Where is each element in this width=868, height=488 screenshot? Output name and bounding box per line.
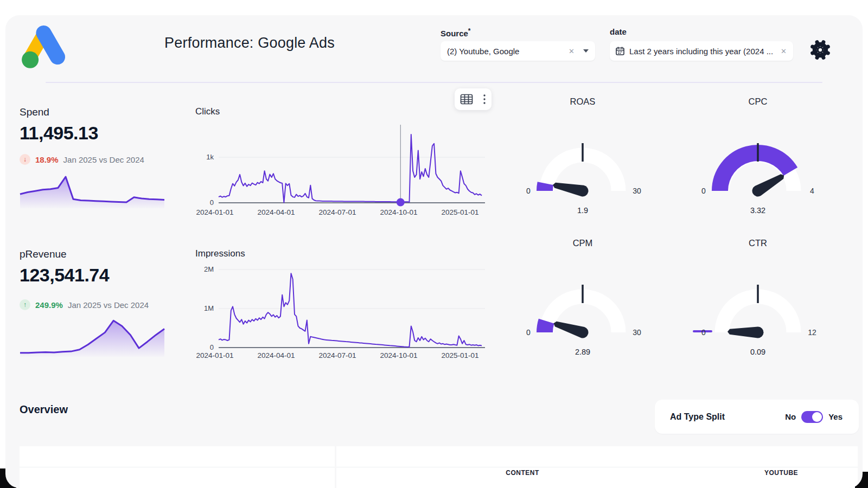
ad-type-split-toggle[interactable] [801,411,823,423]
impressions-chart-title: Impressions [195,248,245,259]
impressions-plot[interactable] [215,266,485,351]
overview-title: Overview [20,403,68,416]
gauge-ctr-max: 12 [801,328,823,337]
toggle-no-label[interactable]: No [785,412,796,421]
gauge-cpm-min: 0 [518,328,539,337]
source-filter-label: Source* [441,27,471,38]
page-title: Performance: Google Ads [130,35,369,52]
header-divider [46,82,822,83]
required-asterisk: * [468,27,471,35]
x-axis-tick: 2024-01-01 [196,351,233,359]
calendar-icon [615,46,625,56]
dashboard-panel: Performance: Google Ads Source* (2) Yout… [5,15,863,488]
gauge-cpc-min: 0 [693,187,714,195]
overview-table-left [20,446,335,488]
gauge-roas-value: 1.9 [518,206,648,215]
x-axis-tick: 2024-04-01 [257,351,295,359]
source-clear-icon[interactable]: ✕ [569,48,575,55]
column-header-content: CONTENT [506,469,539,477]
kpi-spend: Spend 11,495.13 ↓ 18.9% Jan 2025 vs Dec … [20,106,171,215]
kpi-prevenue-compare: Jan 2025 vs Dec 2024 [68,300,149,310]
gauge-cpc-value: 3.32 [693,206,823,215]
gauge-roas-max: 30 [626,187,648,195]
x-axis-tick: 2024-04-01 [257,208,295,216]
clicks-chart-title: Clicks [195,106,220,117]
gauge-cpm-title: CPM [518,238,648,248]
x-axis-tick: 2025-01-01 [441,351,478,359]
toggle-yes-label[interactable]: Yes [828,412,843,421]
clicks-chart: Clicks 1k02024-01-012024-04-012024-07-01… [190,105,485,221]
x-axis-tick: 2025-01-01 [441,208,478,216]
gauge-cpm-needle [552,318,590,339]
y-axis-tick: 0 [190,343,214,351]
gauge-roas-needle [552,179,589,197]
gauge-ctr-min: 0 [693,328,714,337]
kpi-prevenue: pRevenue 123,541.74 ↑ 249.9% Jan 2025 vs… [20,248,171,362]
y-axis-tick: 0 [190,198,214,207]
gauge-ctr: CTR0120.09 [693,238,823,363]
y-axis-tick: 1k [190,153,214,161]
kebab-menu-icon[interactable] [483,93,486,105]
kpi-prevenue-delta: ↑ 249.9% Jan 2025 vs Dec 2024 [20,299,149,310]
x-axis-tick: 2024-07-01 [318,208,356,216]
table-icon[interactable] [460,93,473,105]
y-axis-tick: 2M [190,265,214,273]
table-row-divider [20,467,335,467]
kpi-spend-value: 11,495.13 [20,123,98,144]
kpi-prevenue-value: 123,541.74 [20,265,109,286]
kpi-spend-delta: ↓ 18.9% Jan 2025 vs Dec 2024 [20,154,144,165]
table-row-divider [336,467,858,467]
arrow-down-icon: ↓ [20,154,30,165]
gear-icon[interactable] [809,39,831,61]
gauge-ctr-needle [727,326,764,338]
toggle-knob [812,412,822,422]
column-header-youtube: YOUTUBE [764,469,798,477]
date-filter-label: date [610,27,627,36]
kpi-prevenue-delta-pct: 249.9% [35,300,63,310]
gauge-cpc-needle [750,170,787,197]
clicks-plot[interactable] [215,120,485,208]
ad-type-split-card: Ad Type Split No Yes [655,400,859,434]
kpi-spend-delta-pct: 18.9% [35,155,59,164]
x-axis-tick: 2024-01-01 [196,208,233,216]
gauge-cpc-title: CPC [693,97,823,107]
overview-table-right: CONTENT YOUTUBE [336,446,858,488]
gauge-roas-min: 0 [518,187,539,195]
gauge-cpm: CPM0302.89 [518,238,648,363]
gauge-cpc-max: 4 [801,187,823,195]
x-axis-tick: 2024-07-01 [318,351,356,359]
impressions-chart: Impressions 2M1M02024-01-012024-04-01202… [190,247,485,363]
gauge-cpc: CPC043.32 [693,97,823,221]
source-select-value: (2) Youtube, Google [447,47,569,56]
x-axis-tick: 2024-10-01 [380,208,417,216]
gauge-cpm-max: 30 [626,328,648,337]
gauge-roas: ROAS0301.9 [518,97,648,221]
date-select-value: Last 2 years including this year (2024 .… [629,47,781,56]
date-clear-icon[interactable]: ✕ [781,48,787,55]
google-ads-logo [18,20,69,70]
x-axis-tick: 2024-10-01 [380,351,417,359]
date-select[interactable]: Last 2 years including this year (2024 .… [610,41,793,61]
gauge-cpm-value: 2.89 [518,348,648,356]
source-caret-icon[interactable] [583,49,589,53]
kpi-spend-label: Spend [20,106,171,118]
ad-type-split-label: Ad Type Split [670,412,725,422]
kpi-spend-compare: Jan 2025 vs Dec 2024 [63,155,144,164]
gauge-roas-title: ROAS [518,97,648,107]
spend-sparkline [20,170,165,208]
prevenue-sparkline [20,314,165,357]
gauge-ctr-title: CTR [693,238,823,248]
arrow-up-icon: ↑ [20,299,30,310]
kpi-prevenue-label: pRevenue [20,248,171,260]
gauge-ctr-value: 0.09 [693,348,823,356]
source-select[interactable]: (2) Youtube, Google ✕ [441,41,595,61]
y-axis-tick: 1M [190,304,214,312]
